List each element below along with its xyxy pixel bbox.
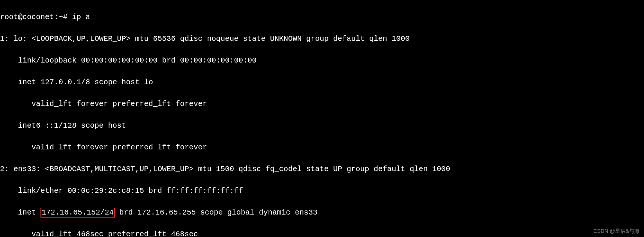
prompt-line-1: root@coconet:~# ip a [0, 12, 644, 22]
iface-lo-valid1: valid_lft forever preferred_lft forever [0, 98, 644, 109]
iface-lo-inet: inet 127.0.0.1/8 scope host lo [0, 77, 644, 88]
shell-prompt: root@coconet:~# [0, 13, 72, 21]
iface-lo-header: 1: lo: <LOOPBACK,UP,LOWER_UP> mtu 65536 … [0, 33, 644, 44]
iface-ens33-link: link/ether 00:0c:29:2c:c8:15 brd ff:ff:f… [0, 185, 644, 196]
iface-ens33-header: 2: ens33: <BROADCAST,MULTICAST,UP,LOWER_… [0, 164, 644, 174]
terminal-output[interactable]: root@coconet:~# ip a 1: lo: <LOOPBACK,UP… [0, 1, 644, 237]
csdn-watermark: CSDN @星辰&与海 [593, 227, 639, 235]
command-ip-a: ip a [72, 13, 90, 21]
iface-lo-inet6: inet6 ::1/128 scope host [0, 120, 644, 131]
iface-ens33-valid1: valid_lft 468sec preferred_lft 468sec [0, 229, 644, 237]
iface-lo-valid2: valid_lft forever preferred_lft forever [0, 142, 644, 153]
iface-ens33-ip-highlighted: 172.16.65.152/24 [41, 208, 115, 218]
iface-ens33-inet-line: inet 172.16.65.152/24 brd 172.16.65.255 … [0, 207, 644, 218]
iface-ens33-inet-prefix: inet [0, 208, 41, 217]
iface-ens33-inet-suffix: brd 172.16.65.255 scope global dynamic e… [115, 208, 317, 217]
iface-lo-link: link/loopback 00:00:00:00:00:00 brd 00:0… [0, 55, 644, 66]
